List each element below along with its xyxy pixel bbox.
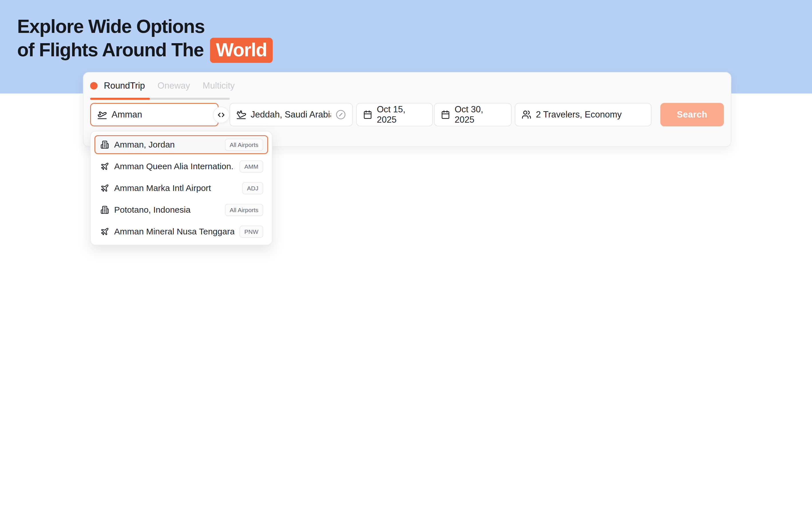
plane-icon	[100, 227, 109, 236]
suggestion-badge: PNW	[240, 226, 263, 238]
travelers-value: 2 Travelers, Economy	[536, 109, 622, 120]
suggestion-label: Amman, Jordan	[114, 140, 220, 150]
plane-icon	[100, 162, 109, 171]
suggestion-item-amman-jordan[interactable]: Amman, Jordan All Airports	[95, 135, 268, 154]
page-title-line2: of Flights Around The	[17, 39, 204, 60]
calendar-icon	[363, 110, 372, 119]
tab-roundtrip-label: RoundTrip	[104, 81, 145, 91]
tab-oneway[interactable]: Oneway	[158, 81, 190, 91]
suggestion-badge: ADJ	[242, 182, 263, 194]
depart-date-field[interactable]: Oct 15, 2025	[356, 103, 433, 126]
calendar-icon	[441, 110, 450, 119]
suggestion-label: Pototano, Indonesia	[114, 205, 220, 215]
plane-landing-icon	[236, 110, 246, 120]
suggestion-badge: All Airports	[225, 204, 263, 216]
return-date-value: Oct 30, 2025	[455, 104, 505, 125]
return-date-field[interactable]: Oct 30, 2025	[434, 103, 511, 126]
tab-oneway-label: Oneway	[158, 81, 190, 91]
page-title: Explore Wide Options of Flights Around T…	[17, 15, 273, 63]
travelers-field[interactable]: 2 Travelers, Economy	[515, 103, 652, 126]
tab-multicity[interactable]: Multicity	[203, 81, 235, 91]
tab-roundtrip[interactable]: RoundTrip	[90, 81, 145, 91]
tabs-underline-active	[90, 98, 150, 100]
search-button[interactable]: Search	[661, 103, 724, 126]
suggestion-item-pototano[interactable]: Pototano, Indonesia All Airports	[95, 200, 268, 219]
users-icon	[522, 110, 531, 120]
suggestion-label: Amman Mineral Nusa Tenggara	[114, 227, 234, 237]
suggestion-label: Amman Queen Alia Internation...	[114, 162, 234, 171]
destination-field[interactable]: Jeddah, Saudi Arabia	[230, 103, 353, 126]
destination-value: Jeddah, Saudi Arabia	[251, 109, 331, 120]
tabs-underline	[90, 98, 230, 100]
circle-x-icon	[336, 109, 346, 120]
suggestion-label: Amman Marka Intl Airport	[114, 183, 237, 193]
suggestion-item-mineral-nusa[interactable]: Amman Mineral Nusa Tenggara PNW	[95, 222, 268, 241]
depart-date-value: Oct 15, 2025	[377, 104, 426, 125]
building-icon	[100, 206, 109, 214]
swap-button[interactable]	[213, 107, 230, 123]
origin-input[interactable]	[112, 109, 212, 120]
active-tab-dot-icon	[90, 82, 98, 89]
swap-code-icon	[217, 111, 226, 119]
suggestion-item-queen-alia[interactable]: Amman Queen Alia Internation... AMM	[95, 157, 268, 176]
clear-destination-button[interactable]	[336, 109, 346, 120]
location-suggestions-dropdown: Amman, Jordan All Airports Amman Queen A…	[90, 131, 272, 245]
plane-takeoff-icon	[97, 110, 107, 120]
page: Explore Wide Options of Flights Around T…	[0, 0, 812, 528]
plane-icon	[100, 184, 109, 192]
tab-multicity-label: Multicity	[203, 81, 235, 91]
trip-type-tabs: RoundTrip Oneway Multicity	[90, 81, 235, 91]
origin-field[interactable]	[90, 103, 219, 126]
page-title-highlight: World	[210, 38, 272, 63]
suggestion-item-marka[interactable]: Amman Marka Intl Airport ADJ	[95, 179, 268, 198]
suggestion-badge: AMM	[240, 160, 263, 173]
page-title-line1: Explore Wide Options	[17, 16, 205, 37]
suggestion-badge: All Airports	[225, 139, 263, 151]
building-icon	[100, 140, 109, 149]
